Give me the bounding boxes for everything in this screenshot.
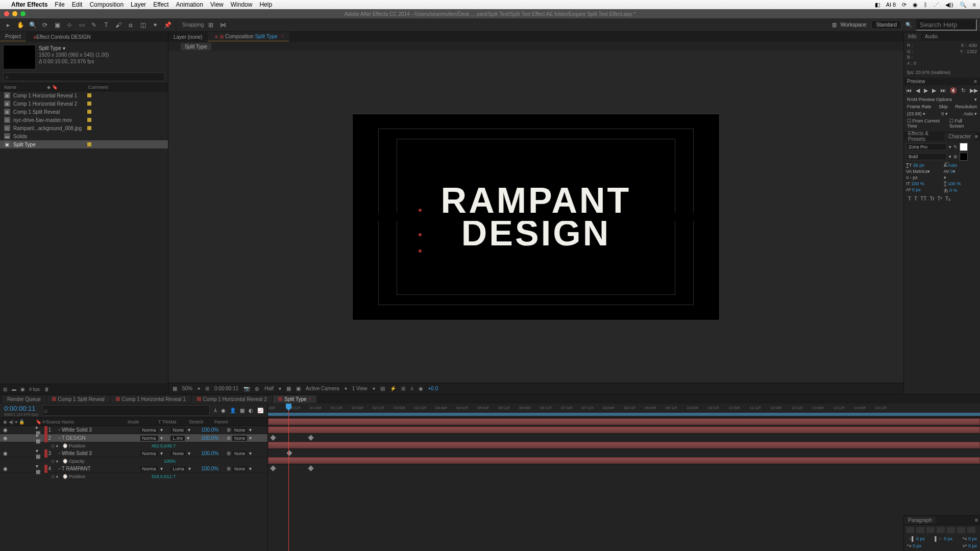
project-search-input[interactable] [3, 72, 165, 81]
quality-dropdown[interactable]: Half [264, 386, 274, 391]
roto-tool-icon[interactable]: ✦ [150, 20, 160, 30]
audio-tab[interactable]: Audio [921, 33, 942, 40]
menubar-user-icon[interactable]: ◉ [913, 2, 918, 8]
project-item-list[interactable]: ▣Comp 1 Horizontal Reveal 1 ▣Comp 1 Hori… [0, 91, 168, 384]
eraser-tool-icon[interactable]: ◫ [138, 20, 148, 30]
project-item[interactable]: ▣Split Type [0, 140, 168, 148]
menu-file[interactable]: File [55, 1, 64, 8]
timecode-display[interactable]: 0:00:00:11 [214, 386, 238, 391]
rotation-tool-icon[interactable]: ⟳ [40, 20, 50, 30]
preview-resolution[interactable]: Auto ▾ [964, 111, 977, 116]
align-right-icon[interactable] [926, 527, 935, 533]
project-item[interactable]: ▣Comp 1 Horizontal Reveal 2 [0, 99, 168, 108]
mask-icon[interactable]: ▣ [296, 386, 301, 391]
minimize-button[interactable] [12, 11, 17, 16]
next-frame-button[interactable]: ▶ [932, 87, 936, 94]
column-name[interactable]: Name [4, 85, 16, 90]
baseline-shift[interactable]: 0 px [912, 187, 921, 192]
layer-tab[interactable]: Layer (none) [168, 33, 208, 41]
comp-mini-flowchart-icon[interactable]: ⅄ [214, 408, 217, 413]
faux-italic-button[interactable]: T [914, 196, 917, 202]
new-comp-icon[interactable]: ▣ [20, 387, 25, 392]
menubar-sync-icon[interactable]: ⟳ [902, 2, 906, 8]
layer-bar[interactable] [268, 427, 980, 433]
faux-bold-button[interactable]: T [908, 196, 911, 202]
channel-icon[interactable]: ◍ [255, 386, 259, 391]
tsume[interactable]: 0 % [949, 188, 958, 193]
timeline-icon[interactable]: ⊞ [401, 386, 405, 391]
reset-exposure-icon[interactable]: ◉ [419, 386, 423, 391]
justify-all-icon[interactable] [967, 527, 975, 533]
layer-bar[interactable] [268, 442, 980, 448]
font-style-dropdown[interactable]: Bold [906, 153, 947, 160]
workspace-switcher-icon[interactable]: ▥ [832, 22, 837, 28]
exposure-value[interactable]: +0.0 [428, 386, 438, 391]
prev-frame-button[interactable]: ◀ [916, 87, 920, 94]
keyframe-icon[interactable] [270, 435, 276, 440]
zoom-tool-icon[interactable]: 🔍 [28, 20, 38, 30]
justify-last-center-icon[interactable] [947, 527, 955, 533]
camera-tool-icon[interactable]: ▣ [52, 20, 62, 30]
project-item[interactable]: ▣Comp 1 Horizontal Reveal 1 [0, 91, 168, 99]
project-item-name[interactable]: Split Type ▾ [39, 45, 109, 52]
grid-icon[interactable]: ▦ [286, 386, 291, 391]
clone-tool-icon[interactable]: ⧈ [126, 20, 136, 30]
resolution-icon[interactable]: ⊞ [205, 386, 209, 391]
align-center-icon[interactable] [916, 527, 924, 533]
timeline-layer-row[interactable]: ◉ ▾ ▦ 3 ▫ White Solid 3 Norma▾ None▾ 100… [0, 449, 267, 458]
close-button[interactable] [4, 11, 9, 16]
type-tool-icon[interactable]: T [101, 20, 111, 30]
menubar-adobe-icon[interactable]: AI 8 [886, 2, 896, 8]
fast-preview-icon[interactable]: ⚡ [390, 386, 396, 391]
last-frame-button[interactable]: ⏭ [940, 87, 946, 94]
info-tab[interactable]: Info [904, 33, 921, 40]
viewer-canvas[interactable]: RAMPANT DESIGN [168, 51, 903, 383]
menu-effect[interactable]: Effect [153, 1, 168, 8]
stroke-swatch[interactable] [960, 153, 968, 161]
menubar-volume-icon[interactable]: ◀)) [945, 2, 953, 8]
selection-tool-icon[interactable]: ▸ [3, 20, 13, 30]
superscript-button[interactable]: T¹ [938, 196, 942, 202]
timeline-layer-row[interactable]: ◉ ▾ ▦ 2 ▫ T DESIGN Norma▾ L.Inv▾ 100.0% … [0, 434, 267, 442]
menu-layer[interactable]: Layer [131, 1, 146, 8]
leading[interactable]: Auto [948, 163, 958, 168]
menubar-notifications-icon[interactable]: ≡ [973, 2, 976, 8]
menu-window[interactable]: Window [231, 1, 253, 8]
always-preview-icon[interactable]: ▦ [173, 386, 177, 391]
preview-panel-title[interactable]: Preview [907, 79, 925, 84]
views-dropdown[interactable]: 1 View [352, 386, 368, 391]
eyedropper-icon[interactable]: ✎ [953, 144, 958, 149]
stroke-width[interactable]: - px [910, 175, 918, 180]
search-help-input[interactable] [916, 19, 977, 31]
column-comment[interactable]: Comment [88, 85, 108, 90]
character-tab[interactable]: Character [944, 133, 975, 140]
hide-shy-icon[interactable]: 👤 [230, 408, 236, 413]
project-item[interactable]: ▬Solids [0, 132, 168, 140]
keyframe-icon[interactable] [308, 435, 313, 440]
loop-button[interactable]: ↻ [961, 87, 966, 94]
effect-controls-tab[interactable]: ■Effect Controls DESIGN [26, 33, 96, 41]
keyframe-icon[interactable] [308, 465, 313, 471]
timeline-tab[interactable]: Comp 1 Split Reveal [47, 395, 110, 403]
layer-property-position[interactable]: ◇ ♦ ⌚ Position 318.0,611.7 [0, 473, 267, 480]
timeline-tab[interactable]: Comp 1 Horizontal Reveal 1 [111, 395, 191, 403]
menubar-spotlight-icon[interactable]: 🔍 [960, 2, 967, 8]
vscale[interactable]: 100 % [911, 181, 924, 186]
pixel-aspect-icon[interactable]: ▤ [380, 386, 385, 391]
new-folder-icon[interactable]: ▬ [12, 387, 16, 392]
play-button[interactable]: ▶ [924, 87, 928, 94]
motion-blur-icon[interactable]: ◐ [249, 408, 253, 413]
project-item[interactable]: ▤Rampant...ackground_008.jpg [0, 124, 168, 132]
pen-tool-icon[interactable]: ✎ [89, 20, 99, 30]
draft3d-icon[interactable]: ◉ [221, 408, 226, 413]
zoom-button[interactable] [20, 11, 26, 16]
timeline-layer-row[interactable]: ◉ ▾ ▦ 4 ▫ T RAMPANT Norma▾ Luma▾ 100.0% … [0, 465, 267, 473]
menubar-status-icon[interactable]: ◧ [875, 2, 880, 8]
timeline-tracks[interactable]: :00f00:12f01:00f01:12f02:00f02:12f03:00f… [268, 404, 980, 551]
snap-option1-icon[interactable]: ⊞ [206, 20, 216, 30]
menubar-wifi-icon[interactable]: ⋰ [934, 2, 939, 8]
timeline-search-input[interactable] [42, 405, 210, 416]
keyframe-icon[interactable] [270, 465, 276, 471]
layer-bar[interactable] [268, 418, 980, 425]
all-caps-button[interactable]: TT [920, 196, 926, 202]
